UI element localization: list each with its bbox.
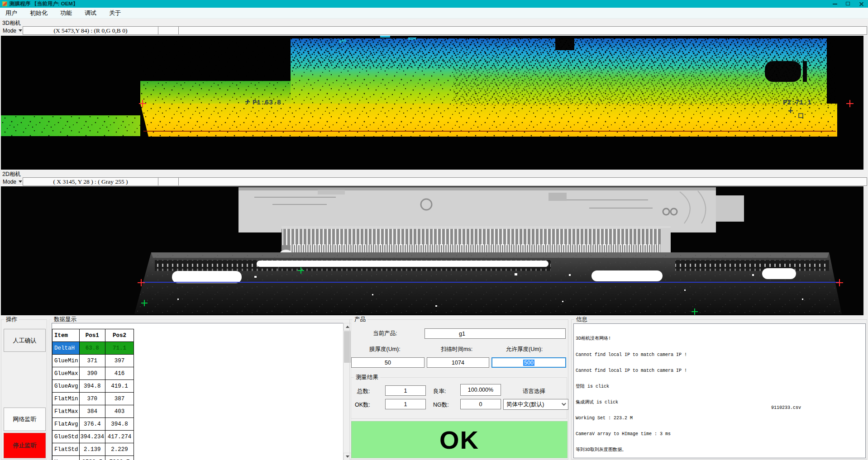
scan-time-field[interactable]: 1074	[427, 357, 489, 368]
chevron-down-icon	[562, 401, 566, 406]
measure-result-title: 测量结果	[354, 374, 380, 380]
log-line: Cannot find local IP to match camera IP …	[576, 368, 865, 374]
selected-text: 500	[523, 360, 534, 366]
current-product-label: 当前产品:	[373, 330, 397, 337]
camera3d-mode-bar: Mode (X 5473,Y 84) : (R 0,G 0,B 0)	[0, 26, 868, 35]
app-icon	[2, 1, 7, 6]
ok-count-label: OK数:	[355, 401, 370, 409]
table-row[interactable]: FlatStd 2.139 2.229	[52, 443, 134, 456]
menu-bar: 用户 初始化 功能 调试 关于	[0, 8, 868, 19]
p1-annotation: P1:63.8	[253, 99, 281, 107]
csv-filename-fragment: 9110233.csv	[771, 405, 801, 411]
info-groupbox: 信息 3D相机没有网络! Cannot find local IP to mat…	[571, 319, 867, 460]
network-listen-button[interactable]: 网络监听	[4, 408, 46, 431]
stop-listen-button[interactable]: 停止监听	[4, 433, 46, 458]
operation-title: 操作	[4, 316, 19, 322]
data-display-groupbox: 数据显示 Item Pos1 Pos2 DeltaH 63.8 71.1 Glu…	[49, 319, 351, 460]
ok-count-field[interactable]: 1	[385, 399, 426, 409]
ng-count-label: NG数:	[433, 401, 449, 409]
log-line: 集成调试 is click	[576, 400, 865, 405]
log-line: 等到3D取到灰度图数据。	[576, 447, 865, 453]
camera3d-status-cell	[158, 26, 179, 35]
pcb-region	[238, 187, 744, 232]
camera3d-pixel-status: (X 5473,Y 84) : (R 0,G 0,B 0)	[23, 26, 158, 35]
total-label: 总数:	[357, 388, 370, 395]
result-banner: OK	[351, 421, 568, 458]
language-select[interactable]: 简体中文(默认)	[503, 399, 568, 410]
table-row[interactable]: GlueAvg 394.8 419.1	[52, 380, 134, 393]
camera2d-pixel-status: ( X 3145, Y 28 ) : ( Gray 255 )	[23, 177, 158, 186]
measure-line-3d	[143, 131, 836, 132]
current-product-field[interactable]: g1	[424, 328, 566, 339]
table-row[interactable]: GlueMax 390 416	[52, 367, 134, 380]
camera2d-status-cell	[178, 177, 867, 186]
total-field[interactable]: 1	[385, 385, 426, 396]
window-title: 测膜程序 【当前用户: OEM】	[10, 0, 78, 7]
info-title: 信息	[574, 316, 589, 322]
table-row[interactable]: DeltaH 63.8 71.1	[52, 342, 134, 355]
data-table-panel[interactable]: Item Pos1 Pos2 DeltaH 63.8 71.1 GlueMin …	[52, 323, 344, 460]
menu-about[interactable]: 关于	[105, 8, 125, 18]
log-textbox[interactable]: 3D相机没有网络! Cannot find local IP to match …	[573, 323, 866, 458]
window-controls	[829, 0, 868, 8]
product-title: 产品	[353, 316, 367, 322]
app-window: 测膜程序 【当前用户: OEM】 用户 初始化 功能 调试 关于 3D相机 Mo…	[0, 0, 868, 460]
chevron-down-icon	[19, 29, 22, 32]
ng-count-field[interactable]: 0	[460, 399, 501, 409]
operation-groupbox: 操作 人工确认 网络监听 停止监听	[1, 319, 47, 460]
measurement-table: Item Pos1 Pos2 DeltaH 63.8 71.1 GlueMin …	[52, 329, 134, 460]
film-thickness-field[interactable]: 50	[351, 357, 424, 368]
language-label: 语言选择	[523, 388, 545, 395]
product-groupbox: 产品 当前产品: g1 膜厚度(Um): 扫描时间ms: 允许厚度(Um): 5…	[349, 319, 568, 460]
log-line: Working Set : 223.2 M	[576, 416, 865, 421]
camera2d-view[interactable]	[1, 186, 867, 315]
menu-function[interactable]: 功能	[56, 8, 76, 18]
camera2d-status-cell	[158, 177, 179, 186]
table-row[interactable]: GlueMin 371 397	[52, 355, 134, 367]
minimize-icon[interactable]	[829, 0, 842, 8]
film-thickness-label: 膜厚度(Um):	[369, 346, 401, 353]
allow-thickness-label: 允许厚度(Um):	[506, 346, 543, 353]
yield-label: 良率:	[433, 388, 446, 395]
menu-user[interactable]: 用户	[1, 8, 22, 18]
log-line: 3D相机没有网络!	[576, 336, 865, 341]
table-row[interactable]: FlatAvg 376.4 394.8	[52, 418, 134, 431]
log-line: CameraV array to HImage time : 3 ms	[576, 432, 865, 437]
table-row[interactable]: FlatMin 370 387	[52, 393, 134, 405]
scan-time-label: 扫描时间ms:	[441, 346, 472, 353]
data-display-title: 数据显示	[52, 316, 78, 322]
chevron-down-icon	[19, 180, 22, 183]
yield-field[interactable]: 100.000%	[460, 384, 501, 396]
menu-debug[interactable]: 调试	[80, 8, 101, 18]
mode-dropdown-3d[interactable]: Mode	[1, 26, 22, 35]
close-icon[interactable]	[855, 0, 868, 8]
log-line: 登陆 is click	[576, 384, 865, 389]
mode-dropdown-2d[interactable]: Mode	[1, 177, 22, 186]
camera2d-mode-bar: Mode ( X 3145, Y 28 ) : ( Gray 255 )	[0, 177, 868, 186]
table-row[interactable]: X 2583.5 7966.7	[52, 456, 134, 460]
p2-annotation: P2:71.1	[783, 99, 811, 107]
table-header-row: Item Pos1 Pos2	[52, 329, 134, 342]
log-line: Cannot find local IP to match camera IP …	[576, 352, 865, 358]
table-row[interactable]: FlatMax 384 403	[52, 405, 134, 418]
measure-result-groupbox: 测量结果 总数: 1 良率: 100.000% 语言选择 OK数: 1 NG数:…	[351, 377, 567, 419]
camera3d-view[interactable]: P1:63.8 P2:71.1	[1, 36, 867, 170]
allow-thickness-field[interactable]: 500	[491, 357, 566, 368]
title-bar: 测膜程序 【当前用户: OEM】	[0, 0, 868, 8]
maximize-icon[interactable]	[842, 0, 855, 8]
measure-line-2d	[143, 282, 839, 283]
menu-init[interactable]: 初始化	[25, 8, 52, 18]
table-row[interactable]: GlueStd 394.234 417.274	[52, 431, 134, 443]
camera3d-status-cell	[178, 26, 867, 35]
manual-confirm-button[interactable]: 人工确认	[4, 329, 46, 352]
